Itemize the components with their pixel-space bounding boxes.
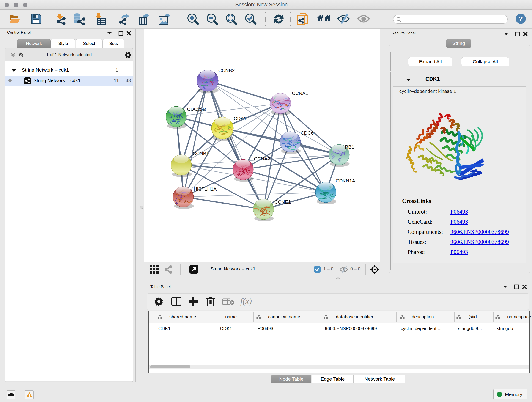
svg-text:CCNE1: CCNE1	[274, 199, 291, 204]
svg-text:RB1: RB1	[345, 144, 354, 149]
svg-text:?: ?	[519, 15, 523, 22]
svg-text:CCNA1: CCNA1	[292, 90, 308, 96]
svg-text:CDC25B: CDC25B	[187, 107, 206, 112]
svg-text:CDK1: CDK1	[234, 116, 247, 121]
svg-text:CDKN1A: CDKN1A	[336, 178, 355, 183]
svg-text:HIST1H1A: HIST1H1A	[194, 186, 216, 191]
svg-text:CCNB2: CCNB2	[218, 68, 234, 73]
svg-text:CCNA2: CCNA2	[254, 156, 270, 161]
svg-text:CCNB1: CCNB1	[193, 151, 209, 156]
svg-text:CDC6: CDC6	[301, 130, 314, 135]
